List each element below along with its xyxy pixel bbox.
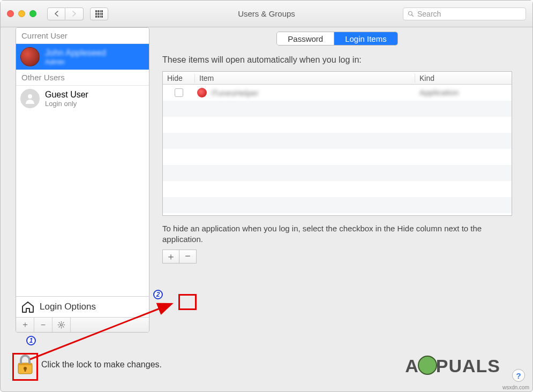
house-icon [21,301,34,313]
app-icon [197,88,207,97]
forward-button[interactable] [65,7,84,20]
table-row [163,149,512,165]
item-name: iTunesHelper [211,88,259,97]
table-header: Hide Item Kind [163,72,512,85]
gear-icon [57,321,65,329]
table-row [163,101,512,117]
svg-point-2 [28,94,32,99]
table-row [163,165,512,181]
table-row [163,197,512,213]
table-row [163,117,512,133]
col-item[interactable]: Item [195,74,415,82]
lock-row: Click the lock to make changes. [16,354,162,375]
close-window-button[interactable] [7,10,14,17]
chevron-left-icon [54,11,59,17]
table-row [163,133,512,149]
users-sidebar: Current User John Appleseed Admin Other … [16,27,149,333]
watermark-url: wsxdn.com [502,385,529,390]
lock-text: Click the lock to make changes. [41,360,162,370]
login-options-label: Login Options [40,301,96,312]
titlebar: Users & Groups Search [1,1,532,27]
back-button[interactable] [47,7,65,20]
main-panel: Password Login Items These items will op… [157,27,517,333]
login-options-row[interactable]: Login Options [16,296,149,317]
watermark-logo: A PUALS [405,356,500,376]
add-login-item-button[interactable]: ＋ [162,250,179,263]
col-hide[interactable]: Hide [163,74,195,82]
col-kind[interactable]: Kind [415,74,512,82]
svg-rect-7 [25,368,26,372]
add-user-button[interactable]: ＋ [16,318,34,332]
user-name: Guest User [45,89,88,100]
tab-login-items[interactable]: Login Items [334,32,397,45]
user-role: Admin [45,58,106,66]
sidebar-controls: ＋ − [16,317,149,332]
preferences-window: Users & Groups Search Current User John … [0,0,533,392]
hide-hint: To hide an application when you log in, … [162,223,512,245]
search-placeholder: Search [417,10,441,18]
user-name: John Appleseed [45,48,106,58]
content-area: Current User John Appleseed Admin Other … [16,27,517,333]
logo-face-icon [418,356,437,375]
remove-user-button[interactable]: − [34,318,52,332]
grid-icon [95,10,103,18]
search-icon [408,11,414,17]
table-body: iTunesHelper Application [163,85,512,213]
table-row [163,181,512,197]
avatar [20,89,40,108]
show-all-button[interactable] [90,7,108,20]
annotation-marker-1: 1 [26,336,36,345]
tab-password[interactable]: Password [277,32,334,45]
window-title: Users & Groups [238,9,295,18]
remove-login-item-button[interactable]: − [179,250,197,263]
sidebar-item-current-user[interactable]: John Appleseed Admin [16,44,149,70]
other-users-header: Other Users [16,70,149,86]
current-user-header: Current User [16,28,149,44]
person-icon [24,92,36,105]
zoom-window-button[interactable] [29,10,36,17]
sidebar-item-guest-user[interactable]: Guest User Login only [16,86,149,111]
chevron-right-icon [72,11,77,17]
table-row[interactable]: iTunesHelper Application [163,85,512,101]
lock-icon[interactable] [16,354,35,375]
login-items-intro: These items will open automatically when… [162,55,512,65]
nav-buttons [47,7,84,20]
user-role: Login only [45,100,88,108]
search-field[interactable]: Search [403,7,526,20]
hide-checkbox[interactable] [175,88,183,97]
help-button[interactable]: ? [512,369,525,382]
svg-line-1 [412,14,414,16]
login-items-table: Hide Item Kind iTunesHelper Application [162,71,512,216]
minimize-window-button[interactable] [18,10,25,17]
user-actions-button[interactable] [52,318,71,332]
item-kind: Application [419,88,459,97]
window-controls [7,10,36,17]
avatar [20,47,40,66]
tab-group: Password Login Items [276,32,397,46]
svg-point-3 [61,324,63,326]
add-remove-controls: ＋ − [162,250,512,263]
